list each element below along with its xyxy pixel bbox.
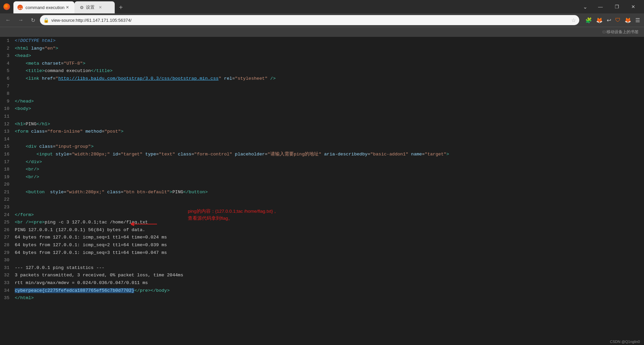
source-view: 1 <!DOCTYPE html> 2 <html lang="en"> 3 <… [0,37,644,345]
bookmark-bar: □ 移动设备上的书签 [0,27,644,37]
line-num-12: 12 [0,120,13,128]
line-3: 3 <head> [0,52,644,60]
line-31: 31 --- 127.0.0.1 ping statistics --- [0,264,644,272]
new-tab-btn[interactable]: + [115,1,127,13]
line-num-5: 5 [0,67,13,75]
line-num-22: 22 [0,196,13,203]
line-num-3: 3 [0,52,13,60]
back-sync-icon[interactable]: ↩ [605,16,612,25]
line-content-34: cyberpeace{c2275fefedca1887765ef56c7b0d7… [13,287,644,294]
window-controls: ⌄ — ❐ ✕ [578,0,644,13]
line-num-24: 24 [0,211,13,219]
restore-btn[interactable]: ❐ [609,0,625,13]
line-9: 9 </head> [0,97,644,105]
line-content-3: <head> [13,52,644,60]
back-btn[interactable]: ← [3,16,13,24]
line-num-17: 17 [0,158,13,166]
more-icon[interactable]: 🦊 [623,16,633,25]
line-26: 26 PING 127.0.0.1 (127.0.0.1) 56(84) byt… [0,226,644,234]
address-input[interactable] [40,15,579,25]
line-content-1: <!DOCTYPE html> [13,37,644,45]
line-27: 27 64 bytes from 127.0.0.1: icmp_seq=1 t… [0,233,644,241]
line-content-8 [13,90,644,97]
line-content-28: 64 bytes from 127.0.0.1: icmp_seq=2 ttl=… [13,241,644,249]
line-content-6: <link href="http://libs.baidu.com/bootst… [13,75,644,82]
line-30: 30 [0,256,644,264]
line-32: 32 3 packets transmitted, 3 received, 0%… [0,271,644,279]
line-content-30 [13,256,644,264]
line-num-19: 19 [0,173,13,181]
line-content-5: <title>command execution</title> [13,67,644,75]
mobile-bookmarks: □ 移动设备上的书签 [603,29,639,35]
browser-chrome: 🦊 command execution ✕ ⚙ 设置 ✕ + ⌄ — ❐ ✕ ←… [0,0,644,37]
tab-favicon: 🦊 [17,5,23,10]
close-btn[interactable]: ✕ [625,0,641,13]
line-num-30: 30 [0,256,13,264]
line-28: 28 64 bytes from 127.0.0.1: icmp_seq=2 t… [0,241,644,249]
line-22: 22 [0,196,644,203]
line-7: 7 [0,82,644,90]
line-6: 6 <link href="http://libs.baidu.com/boot… [0,75,644,82]
line-11: 11 [0,113,644,120]
tab-settings-label: 设置 [86,4,95,10]
tab-label: command execution [25,5,64,10]
tab-settings[interactable]: ⚙ 设置 ✕ [74,1,115,13]
tab-settings-close[interactable]: ✕ [99,5,102,10]
minimize-btn[interactable]: — [592,0,609,13]
line-num-31: 31 [0,264,13,272]
line-num-10: 10 [0,105,13,113]
line-15: 15 <div class="input-group"> [0,143,644,150]
footer-bar: CSDN @Q1nglin0 [606,338,644,345]
menu-icon[interactable]: ☰ [634,16,641,25]
line-content-7 [13,82,644,90]
address-bar-row: ← → ↻ 🔒 ☆ 🧩 🦊 ↩ 🛡 🦊 ☰ [0,13,644,27]
line-num-23: 23 [0,203,13,211]
line-content-12: <h1>PING</h1> [13,120,644,128]
line-content-25: <br /><pre>ping -c 3 127.0.0.1;tac /home… [13,218,644,226]
extensions-icon[interactable]: 🧩 [584,16,593,25]
line-content-20 [13,181,644,188]
footer-text: CSDN @Q1nglin0 [610,340,640,344]
line-content-24: </form> [13,211,644,219]
line-num-20: 20 [0,181,13,188]
line-25: 25 <br /><pre>ping -c 3 127.0.0.1;tac /h… [0,218,644,226]
bookmark-star-icon[interactable]: ☆ [571,17,576,23]
firefox-account-icon[interactable]: 🦊 [595,16,604,25]
line-content-35: </html> [13,294,644,302]
line-content-11 [13,113,644,120]
line-1: 1 <!DOCTYPE html> [0,37,644,45]
line-content-31: --- 127.0.0.1 ping statistics --- [13,264,644,272]
line-num-13: 13 [0,128,13,135]
line-num-25: 25 [0,218,13,226]
line-17: 17 </div> [0,158,644,166]
address-bar-wrap: 🔒 ☆ [40,15,579,25]
line-content-33: rtt min/avg/max/mdev = 0.024/0.036/0.047… [13,279,644,287]
line-num-29: 29 [0,249,13,257]
line-content-19: <br/> [13,173,644,181]
line-num-4: 4 [0,60,13,67]
line-content-32: 3 packets transmitted, 3 received, 0% pa… [13,271,644,279]
source-content-wrapper: 1 <!DOCTYPE html> 2 <html lang="en"> 3 <… [0,37,644,345]
forward-btn[interactable]: → [15,16,26,24]
line-num-28: 28 [0,241,13,249]
line-14: 14 [0,135,644,143]
line-content-16: <input style="width:280px;" id="target" … [13,150,644,158]
shield-icon[interactable]: 🛡 [614,16,622,24]
refresh-btn[interactable]: ↻ [28,16,38,25]
line-12: 12 <h1>PING</h1> [0,120,644,128]
line-num-2: 2 [0,45,13,52]
line-content-13: <form class="form-inline" method="post"> [13,128,644,135]
line-num-9: 9 [0,97,13,105]
line-16: 16 <input style="width:280px;" id="targe… [0,150,644,158]
line-num-14: 14 [0,135,13,143]
line-13: 13 <form class="form-inline" method="pos… [0,128,644,135]
tab-dropdown-btn[interactable]: ⌄ [578,0,592,13]
line-33: 33 rtt min/avg/max/mdev = 0.024/0.036/0.… [0,279,644,287]
line-19: 19 <br/> [0,173,644,181]
tab-command-execution[interactable]: 🦊 command execution ✕ [13,1,74,13]
line-num-27: 27 [0,233,13,241]
lock-icon: 🔒 [43,17,49,23]
line-24: 24 </form> ping的内容：{127.0.0.1;tac /home/… [0,211,644,219]
line-5: 5 <title>command execution</title> [0,67,644,75]
tab-close-btn[interactable]: ✕ [64,4,70,10]
